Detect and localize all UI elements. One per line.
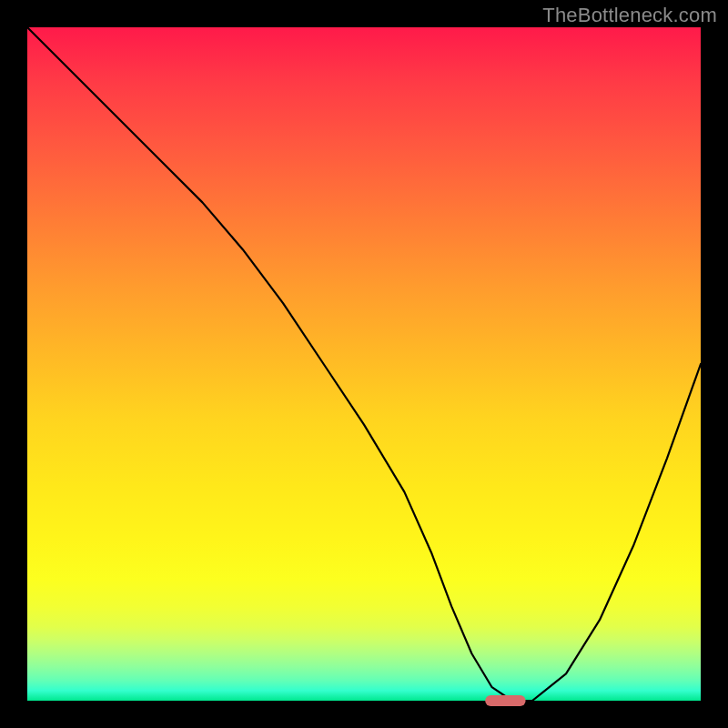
chart-frame: TheBottleneck.com: [0, 0, 728, 728]
plot-area: [27, 27, 701, 701]
bottleneck-curve: [27, 27, 701, 701]
watermark-text: TheBottleneck.com: [542, 4, 717, 27]
chart-svg: [27, 27, 701, 701]
optimal-marker: [485, 695, 525, 706]
